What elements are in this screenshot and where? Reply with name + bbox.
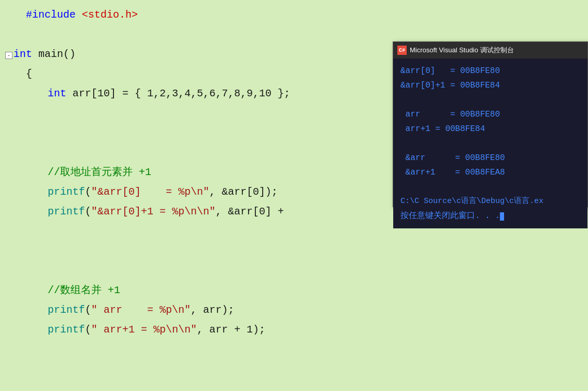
- console-line-5: &arr = 00B8FE80: [400, 151, 580, 165]
- console-line-blank3: [400, 180, 580, 194]
- code-line-arr-decl: int arr[10] = { 1,2,3,4,5,6,7,8,9,10 };: [0, 84, 394, 104]
- code-line-blank3: [0, 222, 394, 281]
- code-line-blank2: [0, 104, 394, 163]
- console-line-2: &arr[0]+1 = 00B8FE84: [400, 78, 580, 93]
- function-name: main(): [38, 45, 76, 64]
- keyword-int-main: int: [13, 45, 32, 64]
- code-line-blank1: [0, 25, 394, 45]
- console-titlebar: C# Microsoft Visual Studio 调试控制台: [393, 42, 587, 59]
- code-line-printf2: printf ( "&arr[0]+1 = %p\n\n" , &arr[0] …: [0, 202, 394, 222]
- console-line-4: arr+1 = 00B8FE84: [400, 122, 580, 136]
- code-line-printf1: printf ( "&arr[0] = %p\n" , &arr[0]);: [0, 182, 394, 202]
- code-line-blank4: [0, 340, 394, 391]
- code-line-main: - int main(): [0, 45, 394, 64]
- keyword-include: #include: [26, 5, 76, 25]
- func-printf2: printf: [48, 202, 85, 222]
- func-printf1: printf: [48, 182, 85, 202]
- console-line-3: arr = 00B8FE80: [400, 107, 580, 122]
- comment-2: //数组名并 +1: [23, 281, 120, 300]
- console-line-path: C:\C Source\c语言\Debug\c语言.ex: [400, 194, 580, 209]
- console-body: &arr[0] = 00B8FE80 &arr[0]+1 = 00B8FE84 …: [393, 59, 587, 228]
- code-line-include: #include <stdio.h>: [0, 5, 394, 25]
- func-printf4: printf: [48, 320, 85, 340]
- comment-1: //取地址首元素并 +1: [23, 163, 151, 182]
- console-line-blank1: [400, 93, 580, 107]
- console-line-6: &arr+1 = 00B8FEA8: [400, 165, 580, 180]
- include-path: <stdio.h>: [82, 5, 138, 25]
- code-line-comment1: //取地址首元素并 +1: [0, 163, 394, 182]
- collapse-button[interactable]: -: [5, 52, 12, 59]
- code-line-printf4: printf ( " arr+1 = %p\n\n" , arr + 1);: [0, 320, 394, 340]
- console-line-prompt: 按任意键关闭此窗口. . .: [400, 209, 580, 223]
- console-window: C# Microsoft Visual Studio 调试控制台 &arr[0]…: [393, 41, 588, 207]
- code-line-comment2: //数组名并 +1: [0, 281, 394, 300]
- console-line-blank2: [400, 136, 580, 151]
- code-editor: #include <stdio.h> - int main() { int ar…: [0, 0, 394, 391]
- func-printf3: printf: [48, 300, 85, 320]
- console-title: Microsoft Visual Studio 调试控制台: [410, 46, 514, 55]
- code-line-open-brace: {: [0, 64, 394, 84]
- code-line-printf3: printf ( " arr = %p\n" , arr);: [0, 300, 394, 320]
- console-line-1: &arr[0] = 00B8FE80: [400, 64, 580, 78]
- console-app-icon: C#: [397, 46, 407, 55]
- cursor: [500, 212, 504, 221]
- keyword-int-arr: int: [23, 84, 66, 104]
